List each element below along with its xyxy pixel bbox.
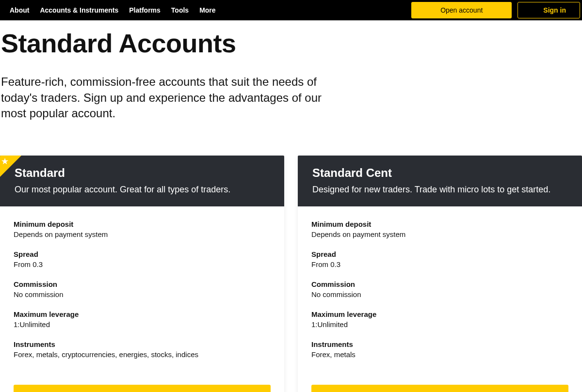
spec-value: No commission (311, 290, 568, 298)
nav-tools[interactable]: Tools (171, 6, 189, 14)
open-mt4-button[interactable]: Open MT4 account (311, 385, 568, 392)
spec-label: Maximum leverage (14, 310, 271, 318)
star-icon: ★ (1, 157, 9, 166)
spec-value: Forex, metals (311, 350, 568, 359)
card-body: Minimum deposit Depends on payment syste… (298, 206, 582, 380)
sign-in-button[interactable]: Sign in (517, 2, 580, 18)
spec-label: Minimum deposit (311, 220, 568, 228)
spec-value: Forex, metals, cryptocurrencies, energie… (14, 350, 271, 359)
nav-more[interactable]: More (199, 6, 215, 14)
spec-value: Depends on payment system (311, 230, 568, 238)
spec-min-deposit: Minimum deposit Depends on payment syste… (311, 220, 568, 238)
topbar: About Accounts & Instruments Platforms T… (0, 0, 582, 20)
page-title: Standard Accounts (1, 29, 582, 58)
nav-accounts-instruments[interactable]: Accounts & Instruments (40, 6, 118, 14)
card-standard: ★ Standard Our most popular account. Gre… (0, 156, 284, 392)
spec-value: 1:Unlimited (311, 320, 568, 329)
spec-commission: Commission No commission (311, 280, 568, 298)
card-body: Minimum deposit Depends on payment syste… (0, 206, 284, 380)
spec-instruments: Instruments Forex, metals (311, 340, 568, 359)
spec-spread: Spread From 0.3 (14, 250, 271, 268)
card-header: Standard Our most popular account. Great… (0, 156, 284, 206)
card-title: Standard (15, 166, 270, 180)
spec-commission: Commission No commission (14, 280, 271, 298)
nav-platforms[interactable]: Platforms (129, 6, 161, 14)
card-header: Standard Cent Designed for new traders. … (298, 156, 582, 206)
spec-spread: Spread From 0.3 (311, 250, 568, 268)
account-cards: ★ Standard Our most popular account. Gre… (0, 156, 582, 392)
topbar-actions: Open account Sign in (411, 2, 582, 18)
page-header: Standard Accounts Feature-rich, commissi… (0, 20, 582, 122)
spec-value: From 0.3 (14, 260, 271, 268)
open-account-button[interactable]: Open account (411, 2, 512, 18)
spec-label: Maximum leverage (311, 310, 568, 318)
open-mt5-button[interactable]: Open MT5 account (14, 385, 271, 392)
card-desc: Our most popular account. Great for all … (15, 185, 270, 195)
spec-min-deposit: Minimum deposit Depends on payment syste… (14, 220, 271, 238)
spec-leverage: Maximum leverage 1:Unlimited (311, 310, 568, 329)
spec-instruments: Instruments Forex, metals, cryptocurrenc… (14, 340, 271, 359)
spec-leverage: Maximum leverage 1:Unlimited (14, 310, 271, 329)
card-title: Standard Cent (312, 166, 567, 180)
spec-label: Spread (311, 250, 568, 258)
spec-label: Instruments (311, 340, 568, 348)
spec-value: No commission (14, 290, 271, 298)
spec-value: Depends on payment system (14, 230, 271, 238)
card-desc: Designed for new traders. Trade with mic… (312, 185, 567, 195)
page-subtitle: Feature-rich, commission-free accounts t… (1, 74, 331, 121)
spec-label: Spread (14, 250, 271, 258)
spec-label: Commission (14, 280, 271, 288)
spec-value: From 0.3 (311, 260, 568, 268)
spec-label: Minimum deposit (14, 220, 271, 228)
spec-label: Instruments (14, 340, 271, 348)
nav-about[interactable]: About (10, 6, 29, 14)
spec-value: 1:Unlimited (14, 320, 271, 329)
nav-links: About Accounts & Instruments Platforms T… (10, 6, 216, 14)
card-standard-cent: Standard Cent Designed for new traders. … (298, 156, 582, 392)
spec-label: Commission (311, 280, 568, 288)
